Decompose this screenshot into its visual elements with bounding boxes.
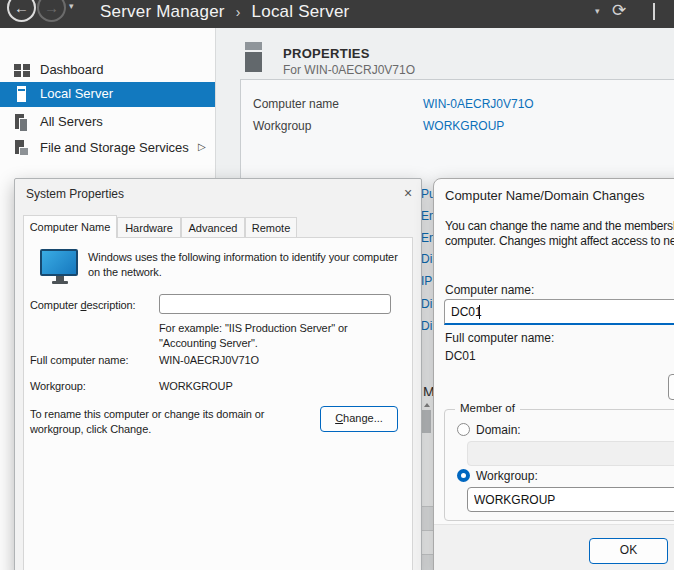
domain-input	[467, 441, 674, 466]
tab-hardware[interactable]: Hardware	[117, 217, 181, 238]
breadcrumb-separator-icon: ›	[236, 4, 241, 20]
clipped-row	[420, 506, 434, 531]
clipped-property-value: Di	[421, 252, 432, 266]
clipped-property-value: IP	[421, 274, 432, 288]
sidebar-item-local-server[interactable]: Local Server	[0, 82, 215, 107]
tab-remote[interactable]: Remote	[245, 217, 297, 238]
intro-text: Windows uses the following information t…	[88, 251, 398, 263]
more-button[interactable]	[668, 374, 674, 400]
clipped-property-value: Di	[421, 297, 432, 311]
dialog-body-text: computer. Changes might affect access to…	[445, 234, 674, 248]
clipped-row	[420, 554, 434, 570]
scrollbar-thumb[interactable]	[422, 410, 431, 433]
local-server-icon	[14, 86, 31, 102]
refresh-icon[interactable]: ⟳	[612, 0, 626, 21]
domain-label: Domain:	[476, 423, 521, 437]
nav-history-dropdown-icon[interactable]: ▾	[69, 1, 74, 11]
rename-hint-text: To rename this computer or change its do…	[30, 408, 264, 420]
sidebar-item-all-servers[interactable]: All Servers	[0, 110, 215, 134]
computer-description-input[interactable]	[159, 294, 391, 314]
tab-computer-name[interactable]: Computer Name	[23, 215, 117, 238]
properties-subheading: For WIN-0AECRJ0V71O	[283, 63, 415, 77]
dialog-title: Computer Name/Domain Changes	[445, 188, 644, 203]
notifications-flag-icon[interactable]	[653, 3, 655, 20]
domain-radio[interactable]	[457, 423, 470, 436]
workgroup-label: Workgroup:	[476, 469, 538, 483]
workgroup-radio[interactable]	[457, 469, 470, 482]
workgroup-link[interactable]: WORKGROUP	[423, 119, 504, 133]
property-label: Workgroup	[253, 119, 311, 133]
example-text: For example: "IIS Production Server" or	[159, 322, 348, 334]
sidebar-item-dashboard[interactable]: Dashboard	[0, 58, 215, 82]
computer-name-link[interactable]: WIN-0AECRJ0V71O	[423, 97, 534, 111]
full-computer-name-value: WIN-0AECRJ0V71O	[159, 354, 259, 366]
full-computer-name-label: Full computer name:	[30, 354, 128, 366]
scroll-up-icon[interactable]	[424, 403, 430, 407]
all-servers-icon	[14, 114, 31, 130]
property-label: Computer name	[253, 97, 339, 111]
intro-text: on the network.	[88, 266, 162, 278]
text-caret	[479, 305, 480, 319]
computer-name-tab-page: Windows uses the following information t…	[23, 237, 413, 570]
example-text: "Accounting Server".	[159, 337, 258, 349]
properties-heading: PROPERTIES	[283, 46, 370, 61]
change-button[interactable]: Change...	[320, 406, 398, 432]
computer-name-input[interactable]: DC01	[444, 299, 674, 325]
dialog-footer: OK	[434, 524, 674, 570]
workgroup-value: WORKGROUP	[159, 380, 233, 392]
expand-arrow-icon[interactable]: ▷	[198, 141, 206, 152]
workgroup-label: Workgroup:	[30, 380, 86, 392]
breadcrumb: Server Manager›Local Server	[100, 2, 349, 22]
computer-name-label: Computer name:	[445, 283, 534, 297]
page-title: Local Server	[252, 2, 350, 21]
rename-hint-text: workgroup, click Change.	[30, 423, 151, 435]
back-icon[interactable]: ←	[7, 0, 36, 22]
sidebar-item-file-storage-services[interactable]: File and Storage Services ▷	[0, 136, 215, 160]
member-of-label: Member of	[455, 402, 520, 414]
computer-description-label: Computer description:	[30, 299, 136, 311]
ok-button[interactable]: OK	[589, 538, 668, 564]
full-computer-name-label: Full computer name:	[445, 331, 554, 345]
full-computer-name-value: DC01	[445, 349, 476, 363]
workgroup-input[interactable]	[467, 487, 674, 512]
tab-advanced[interactable]: Advanced	[181, 217, 245, 238]
member-of-groupbox: Member of Domain: Workgroup:	[444, 409, 674, 521]
server-tower-icon	[245, 42, 262, 72]
domain-changes-dialog: Computer Name/Domain Changes You can cha…	[433, 178, 674, 570]
dialog-body-text: You can change the name and the membersh…	[445, 219, 674, 233]
clipped-property-value: Di	[421, 319, 432, 333]
system-properties-dialog: System Properties × Computer Name Hardwa…	[14, 178, 422, 570]
forward-icon: →	[37, 0, 66, 22]
file-storage-icon	[14, 140, 31, 156]
manage-dropdown-icon[interactable]: ▾	[595, 6, 600, 16]
monitor-icon	[40, 249, 80, 284]
close-icon[interactable]: ×	[399, 184, 417, 202]
dialog-title: System Properties	[26, 187, 124, 201]
app-title: Server Manager	[100, 2, 225, 21]
top-bar: ← → ▾ Server Manager›Local Server ▾ ⟳	[0, 0, 674, 28]
server-manager-window: ← → ▾ Server Manager›Local Server ▾ ⟳ Da…	[0, 0, 674, 570]
dashboard-icon	[14, 62, 31, 78]
